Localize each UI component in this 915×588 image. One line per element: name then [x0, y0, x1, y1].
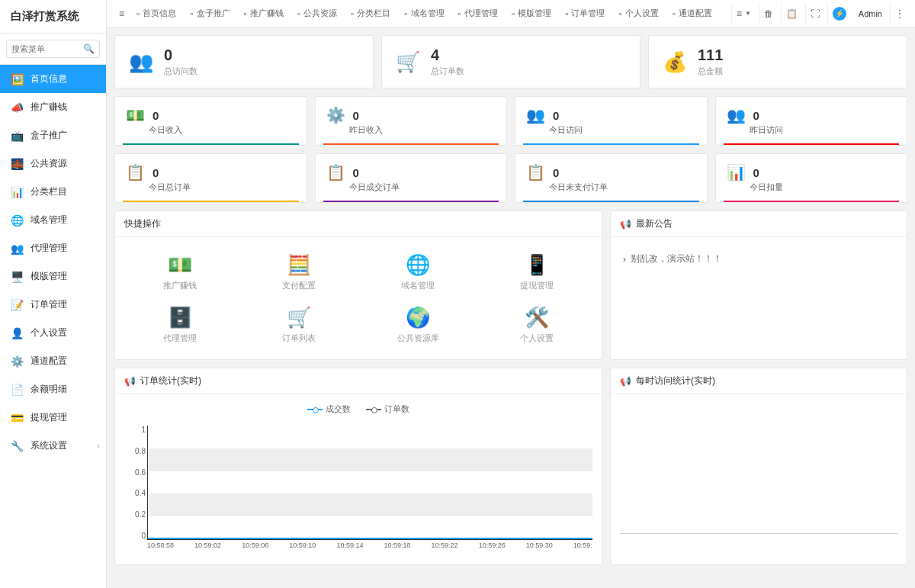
content: 👥0总访问数🛒4总订单数💰111总金额 💵0今日收入⚙️0昨日收入👥0今日访问👥…: [107, 27, 915, 588]
trash-icon[interactable]: 🗑: [759, 4, 778, 24]
quick-icon: 🛒: [243, 305, 355, 329]
nav-menu: 🖼️首页信息📣推广赚钱📺盒子推广🌉公共资源📊分类栏目🌐域名管理👥代理管理🖥️模版…: [0, 65, 106, 460]
sidebar-item-13[interactable]: 🔧系统设置‹: [0, 432, 106, 460]
sidebar-item-4[interactable]: 📊分类栏目: [0, 178, 106, 206]
list-dropdown[interactable]: ≡ ▼: [731, 4, 756, 24]
quick-ops-panel: 快捷操作 💵推广赚钱🧮支付配置🌐域名管理📱提现管理🗄️代理管理🛒订单列表🌍公共资…: [114, 210, 602, 360]
stat-icon: 👥: [129, 50, 153, 74]
order-chart-title: 📢 订单统计(实时): [115, 368, 602, 394]
mini-value: 0: [553, 166, 559, 179]
announcement-title: 📢 最新公告: [611, 211, 907, 237]
quick-ops-title: 快捷操作: [115, 211, 602, 237]
chevron-left-icon: ‹: [98, 442, 100, 450]
x-tick: 10:59:18: [384, 541, 410, 555]
tab-label: 个人设置: [625, 8, 659, 19]
mini2-card-3: 📊0今日扣量: [715, 153, 908, 203]
mini-icon: 📊: [727, 163, 746, 182]
mini-icon: 📋: [126, 163, 145, 182]
mini-label: 今日总订单: [149, 182, 296, 193]
stat-value: 4: [431, 47, 464, 64]
search-input[interactable]: [11, 44, 83, 53]
more-icon[interactable]: ⋮: [890, 4, 909, 24]
sidebar-item-8[interactable]: 📝订单管理: [0, 291, 106, 319]
top-tab-8[interactable]: ▫订单管理: [559, 3, 611, 24]
top-tab-10[interactable]: ▫通道配置: [666, 3, 718, 24]
quick-label: 订单列表: [243, 333, 355, 344]
mini-value: 0: [553, 109, 559, 122]
top-tab-9[interactable]: ▫个人设置: [612, 3, 664, 24]
sidebar-item-11[interactable]: 📄余额明细: [0, 375, 106, 403]
fullscreen-icon[interactable]: ⛶: [805, 4, 824, 24]
top-tab-3[interactable]: ▫公共资源: [291, 3, 343, 24]
quick-item-3[interactable]: 📱提现管理: [481, 252, 592, 291]
megaphone-icon: 📢: [620, 376, 631, 387]
quick-item-2[interactable]: 🌐域名管理: [362, 252, 474, 291]
chevron-right-icon: ›: [623, 254, 626, 265]
sidebar-item-6[interactable]: 👥代理管理: [0, 234, 106, 262]
mini-label: 今日未支付订单: [549, 182, 696, 193]
nav-icon: 🖼️: [11, 73, 23, 85]
mini-icon: 📋: [326, 163, 345, 182]
admin-name[interactable]: Admin: [854, 9, 887, 18]
quick-item-0[interactable]: 💵推广赚钱: [124, 252, 236, 291]
topbar: ≡ ▫首页信息▫盒子推广▫推广赚钱▫公共资源▫分类栏目▫域名管理▫代理管理▫模版…: [107, 0, 915, 27]
top-tab-0[interactable]: ▫首页信息: [130, 3, 182, 24]
top-tab-6[interactable]: ▫代理管理: [452, 3, 504, 24]
order-chart: 成交数 订单数 10.80.60.40.20: [115, 394, 602, 564]
nav-label: 通道配置: [30, 355, 67, 368]
sidebar-item-9[interactable]: 👤个人设置: [0, 319, 106, 347]
quick-item-6[interactable]: 🌍公共资源库: [362, 305, 474, 344]
mini-value: 0: [753, 166, 759, 179]
quick-item-1[interactable]: 🧮支付配置: [243, 252, 355, 291]
mini-stats-row-1: 💵0今日收入⚙️0昨日收入👥0今日访问👥0昨日访问: [114, 96, 907, 146]
mini1-card-1: ⚙️0昨日收入: [315, 96, 508, 146]
quick-icon: 🌐: [362, 252, 474, 277]
top-tab-5[interactable]: ▫域名管理: [398, 3, 450, 24]
quick-icon: 🛠️: [481, 305, 592, 329]
announce-item-0[interactable]: ›别乱改，演示站！！！: [620, 246, 897, 272]
nav-label: 提现管理: [30, 411, 67, 424]
visit-chart-body: [611, 394, 907, 547]
x-tick: 10:59:26: [479, 541, 506, 555]
sidebar-item-7[interactable]: 🖥️模版管理: [0, 262, 106, 291]
hamburger-icon[interactable]: ≡: [113, 8, 130, 19]
mini-label: 今日扣量: [750, 182, 897, 193]
sidebar-item-12[interactable]: 💳提现管理: [0, 403, 106, 432]
chart-line: [148, 538, 592, 539]
y-tick: 0.6: [124, 468, 146, 477]
sidebar-item-1[interactable]: 📣推广赚钱: [0, 93, 106, 121]
mini-icon: 👥: [526, 106, 545, 124]
tab-label: 推广赚钱: [250, 8, 284, 19]
sidebar-item-5[interactable]: 🌐域名管理: [0, 206, 106, 234]
quick-item-4[interactable]: 🗄️代理管理: [124, 305, 236, 344]
quick-label: 域名管理: [362, 280, 474, 291]
chart-y-axis: 10.80.60.40.20: [124, 426, 146, 540]
top-tab-7[interactable]: ▫模版管理: [506, 3, 557, 24]
sidebar-item-0[interactable]: 🖼️首页信息: [0, 65, 106, 93]
nav-icon: 🖥️: [11, 271, 23, 283]
nav-icon: 📝: [11, 299, 23, 311]
nav-icon: 📊: [11, 186, 23, 198]
sidebar-item-2[interactable]: 📺盒子推广: [0, 121, 106, 149]
quick-icon: 💵: [124, 252, 236, 277]
tab-label: 通道配置: [679, 8, 712, 19]
top-tab-2[interactable]: ▫推广赚钱: [238, 3, 290, 24]
top-tab-4[interactable]: ▫分类栏目: [345, 3, 396, 24]
top-tab-1[interactable]: ▫盒子推广: [184, 3, 236, 24]
stat-icon: 🛒: [396, 50, 420, 74]
copy-icon[interactable]: 📋: [781, 4, 802, 24]
quick-item-7[interactable]: 🛠️个人设置: [481, 305, 592, 344]
app-title: 白泽打赏系统: [0, 0, 106, 34]
avatar[interactable]: ⚡: [827, 2, 851, 25]
visit-chart-panel: 📢 每时访问统计(实时): [610, 368, 907, 565]
y-tick: 0: [124, 532, 146, 540]
sidebar-item-3[interactable]: 🌉公共资源: [0, 149, 106, 178]
quick-label: 代理管理: [124, 333, 236, 344]
mini-label: 今日收入: [149, 124, 296, 136]
sidebar-item-10[interactable]: ⚙️通道配置: [0, 347, 106, 375]
tab-icon: ▫: [458, 8, 461, 19]
tab-label: 分类栏目: [357, 8, 390, 19]
quick-item-5[interactable]: 🛒订单列表: [243, 305, 355, 344]
mini1-card-2: 👥0今日访问: [515, 96, 708, 146]
search-icon[interactable]: 🔍: [83, 43, 95, 54]
